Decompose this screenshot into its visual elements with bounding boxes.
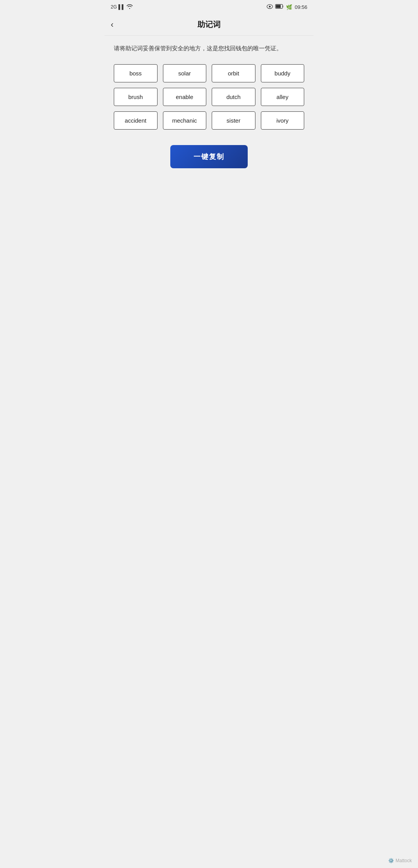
main-content: 请将助记词妥善保管到安全的地方，这是您找回钱包的唯一凭证。 bosssolaro… bbox=[104, 36, 314, 176]
svg-rect-3 bbox=[276, 5, 281, 8]
mnemonic-word-5: brush bbox=[114, 88, 158, 106]
signal-icon: ▌▌ bbox=[118, 4, 125, 10]
signal-text: 2G bbox=[111, 4, 117, 10]
mnemonic-word-4: buddy bbox=[261, 64, 305, 82]
mnemonic-word-2: solar bbox=[163, 64, 207, 82]
mnemonic-word-1: boss bbox=[114, 64, 158, 82]
mnemonic-word-3: orbit bbox=[212, 64, 255, 82]
mnemonic-word-grid: bosssolarorbitbuddybrushenabledutchalley… bbox=[114, 64, 304, 130]
status-bar: 2G ▌▌ 🌿 09:56 bbox=[104, 0, 314, 14]
description-text: 请将助记词妥善保管到安全的地方，这是您找回钱包的唯一凭证。 bbox=[114, 43, 304, 53]
mnemonic-word-7: dutch bbox=[212, 88, 255, 106]
status-right: 🌿 09:56 bbox=[267, 4, 307, 10]
wifi-icon bbox=[127, 4, 133, 10]
status-left: 2G ▌▌ bbox=[111, 4, 133, 10]
mnemonic-word-11: sister bbox=[212, 111, 255, 130]
time-display: 09:56 bbox=[295, 4, 307, 10]
mnemonic-word-10: mechanic bbox=[163, 111, 207, 130]
mnemonic-word-8: alley bbox=[261, 88, 305, 106]
back-button[interactable]: ‹ bbox=[111, 20, 113, 30]
copy-button-wrapper: 一键复制 bbox=[114, 145, 304, 168]
copy-all-button[interactable]: 一键复制 bbox=[170, 145, 248, 168]
battery-icon bbox=[275, 4, 284, 10]
mnemonic-word-12: ivory bbox=[261, 111, 305, 130]
eye-icon bbox=[267, 4, 273, 10]
svg-point-1 bbox=[269, 5, 271, 7]
page-title: 助记词 bbox=[197, 19, 221, 30]
leaf-icon: 🌿 bbox=[286, 4, 292, 10]
mnemonic-word-9: accident bbox=[114, 111, 158, 130]
mnemonic-word-6: enable bbox=[163, 88, 207, 106]
nav-bar: ‹ 助记词 bbox=[104, 14, 314, 36]
